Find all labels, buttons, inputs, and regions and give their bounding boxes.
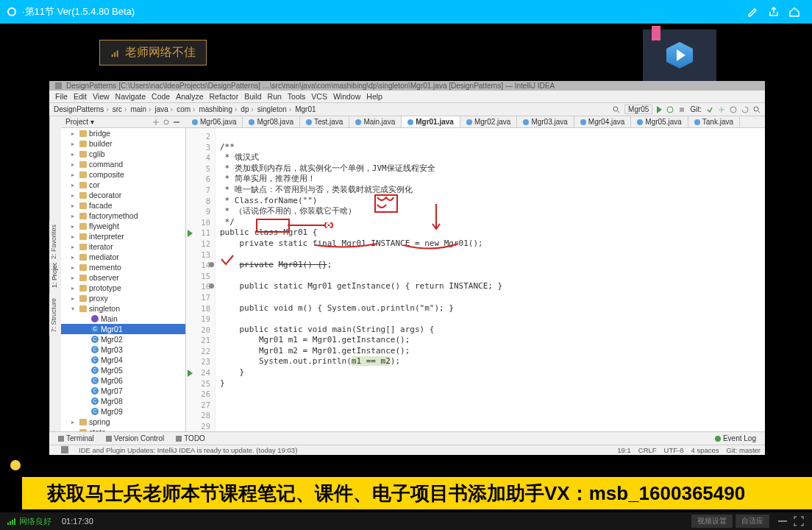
stop-icon[interactable] [678, 106, 685, 113]
minimize-icon[interactable] [777, 515, 788, 527]
menu-code[interactable]: Code [152, 92, 170, 101]
bottom-tab-terminal[interactable]: Terminal [52, 434, 100, 443]
menu-build[interactable]: Build [244, 92, 261, 101]
status-item[interactable]: Git: master [727, 446, 761, 454]
editor-tab[interactable]: Main.java [349, 116, 402, 127]
tree-item-main[interactable]: Main [61, 314, 185, 324]
tree-item-command[interactable]: ▸command [61, 159, 185, 169]
tree-item-proxy[interactable]: ▸proxy [61, 293, 185, 303]
tree-item-mgr04[interactable]: CMgr04 [61, 355, 185, 365]
menu-refactor[interactable]: Refactor [210, 92, 239, 101]
editor-tabs[interactable]: Mgr06.javaMgr08.javaTest.javaMain.javaMg… [186, 116, 765, 128]
status-item[interactable]: 19:1 [617, 446, 631, 454]
tree-item-composite[interactable]: ▸composite [61, 169, 185, 180]
tree-item-mgr01[interactable]: CMgr01 [61, 324, 185, 334]
tree-item-mgr06[interactable]: CMgr06 [61, 375, 185, 386]
video-settings-button[interactable]: 视频设置 [691, 515, 733, 528]
editor-tab[interactable]: Mgr06.java [186, 116, 243, 127]
debug-icon[interactable] [666, 106, 674, 113]
fullscreen-icon[interactable] [793, 515, 805, 527]
crumb[interactable]: DesignPatterns [54, 105, 111, 113]
bottom-tab-version-control[interactable]: Version Control [100, 434, 170, 443]
crumb[interactable]: mashibing [199, 105, 239, 113]
search-icon[interactable] [613, 106, 620, 113]
structure-tab[interactable]: 7: Structure [49, 294, 61, 336]
share-icon[interactable] [768, 6, 780, 18]
menu-file[interactable]: File [55, 92, 68, 101]
tree-item-cor[interactable]: ▸cor [61, 180, 185, 190]
crumb[interactable]: src [113, 105, 129, 113]
code-editor[interactable]: 2345678910111213141516171819202122232425… [186, 128, 765, 431]
menu-vcs[interactable]: VCS [311, 92, 327, 101]
tree-item-builder[interactable]: ▸builder [61, 138, 185, 149]
status-item[interactable]: UTF-8 [664, 446, 684, 454]
find-icon[interactable] [753, 106, 761, 113]
editor-tab[interactable]: Tank.java [688, 116, 740, 127]
tree-item-prototype[interactable]: ▸prototype [61, 283, 185, 293]
settings-icon[interactable] [163, 119, 170, 126]
vcs-update-icon[interactable] [706, 106, 713, 113]
tree-item-mgr02[interactable]: CMgr02 [61, 334, 185, 344]
crumb[interactable]: Mgr01 [295, 105, 320, 113]
tree-item-singleton[interactable]: ▾singleton [61, 303, 185, 314]
favorites-tab[interactable]: 2: Favorites [49, 221, 61, 263]
editor-tab[interactable]: Mgr03.java [517, 116, 574, 127]
tree-item-facade[interactable]: ▸facade [61, 200, 185, 211]
editor-tab[interactable]: Mgr08.java [243, 116, 299, 127]
tree-item-decorator[interactable]: ▸decorator [61, 190, 185, 200]
tree-item-mgr07[interactable]: CMgr07 [61, 386, 185, 396]
crumb[interactable]: com [177, 105, 197, 113]
tree-item-flyweight[interactable]: ▸flyweight [61, 221, 185, 231]
editor-tab[interactable]: Test.java [300, 116, 349, 127]
event-log-tab[interactable]: Event Log [709, 434, 762, 443]
crumb[interactable]: singleton [257, 105, 293, 113]
menu-navigate[interactable]: Navigate [115, 92, 146, 101]
tree-item-interpreter[interactable]: ▸interpreter [61, 231, 185, 241]
tree-item-iterator[interactable]: ▸iterator [61, 241, 185, 252]
vcs-revert-icon[interactable] [741, 106, 749, 113]
editor-tab[interactable]: Mgr02.java [460, 116, 517, 127]
tree-item-spring[interactable]: ▸spring [61, 417, 185, 427]
editor-tab[interactable]: Mgr01.java [402, 116, 460, 127]
project-tree[interactable]: ▸bridge▸builder▸cglib▸command▸composite▸… [61, 128, 186, 431]
tree-item-mgr03[interactable]: CMgr03 [61, 344, 185, 355]
tree-item-mgr09[interactable]: CMgr09 [61, 406, 185, 417]
menu-run[interactable]: Run [268, 92, 282, 101]
home-icon[interactable] [788, 6, 800, 18]
menu-tools[interactable]: Tools [288, 92, 306, 101]
tree-item-mgr05[interactable]: CMgr05 [61, 365, 185, 375]
run-config[interactable]: Mgr05 [624, 105, 652, 114]
menu-help[interactable]: Help [366, 92, 382, 101]
decoration [652, 26, 660, 40]
edit-icon[interactable] [747, 6, 759, 18]
bottom-tab-todo[interactable]: TODO [170, 434, 211, 443]
svg-rect-6 [680, 107, 684, 112]
menu-window[interactable]: Window [333, 92, 360, 101]
crumb[interactable]: java [154, 105, 175, 113]
fit-button[interactable]: 自适应 [736, 515, 769, 528]
status-item[interactable]: 4 spaces [691, 446, 719, 454]
tree-item-bridge[interactable]: ▸bridge [61, 128, 185, 138]
editor-tab[interactable]: Mgr05.java [631, 116, 688, 127]
tree-item-factorymethod[interactable]: ▸factorymethod [61, 211, 185, 221]
crumb[interactable]: main [130, 105, 153, 113]
status-item[interactable]: CRLF [638, 446, 657, 454]
ide-menubar[interactable]: FileEditViewNavigateCodeAnalyzeRefactorB… [49, 91, 765, 103]
bottom-tool-tabs[interactable]: TerminalVersion ControlTODO Event Log [49, 431, 765, 445]
tree-item-mgr08[interactable]: CMgr08 [61, 396, 185, 406]
tree-item-mediator[interactable]: ▸mediator [61, 252, 185, 262]
vcs-commit-icon[interactable] [718, 106, 725, 113]
project-tool-tab[interactable]: 1: Project [49, 116, 61, 431]
tree-item-memento[interactable]: ▸memento [61, 262, 185, 272]
menu-view[interactable]: View [93, 92, 110, 101]
hide-icon[interactable] [173, 119, 180, 126]
vcs-history-icon[interactable] [730, 106, 737, 113]
collapse-icon[interactable] [152, 119, 160, 126]
tree-item-cglib[interactable]: ▸cglib [61, 149, 185, 159]
run-icon[interactable] [657, 106, 662, 113]
editor-tab[interactable]: Mgr04.java [574, 116, 631, 127]
tree-item-observer[interactable]: ▸observer [61, 272, 185, 283]
menu-analyze[interactable]: Analyze [176, 92, 203, 101]
menu-edit[interactable]: Edit [74, 92, 87, 101]
crumb[interactable]: dp [241, 105, 255, 113]
